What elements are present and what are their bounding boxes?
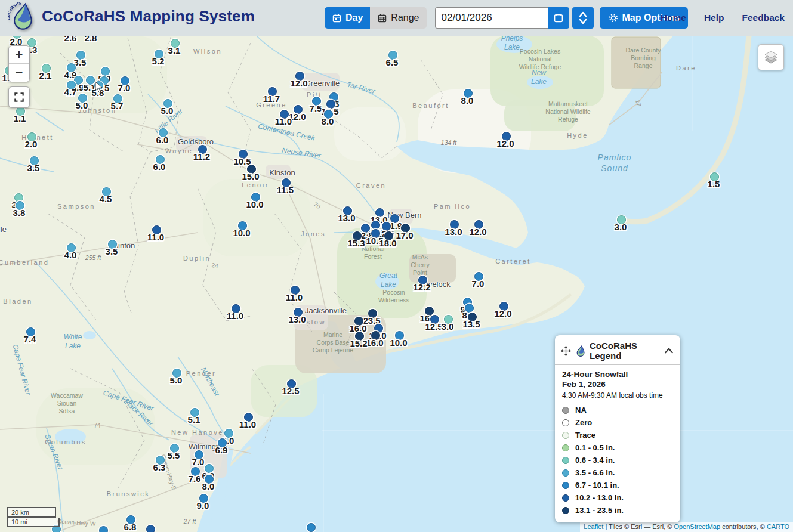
observation-value: 5.1: [188, 415, 200, 425]
observation-value: 6.3: [153, 462, 166, 472]
observation-value: 12.0: [496, 138, 514, 149]
observation-value: 6.0: [156, 135, 169, 145]
legend-item: Zero: [555, 416, 680, 429]
observation-value: 7.0: [192, 457, 205, 467]
observation-value: 2.6: [64, 36, 77, 43]
legend-item: 0.1 - 0.5 in.: [555, 441, 680, 454]
legend-color-swatch: [562, 457, 569, 464]
observation-value: 17.0: [396, 230, 413, 240]
date-step-spinner[interactable]: [572, 7, 594, 29]
collapse-chevron-icon[interactable]: [664, 347, 674, 355]
calendar-day-icon: [332, 13, 342, 23]
zoom-in-button[interactable]: +: [9, 46, 29, 64]
observation-value: 8.0: [461, 95, 474, 106]
observation-value: 6.5: [386, 57, 399, 67]
legend-item-label: Zero: [575, 418, 592, 427]
legend-obs-window: 4:30 AM-9:30 AM local obs time: [555, 389, 680, 404]
legend-item: 13.1 - 23.5 in.: [555, 504, 680, 516]
observation-value: 5.0: [161, 106, 174, 116]
scale-km: 20 km: [7, 507, 56, 518]
zoom-out-button[interactable]: −: [9, 64, 29, 82]
observation-value: 1.1: [14, 113, 26, 123]
calendar-icon: [553, 13, 564, 23]
legend-color-swatch: [562, 419, 569, 426]
legend-item: 6.7 - 10.1 in.: [555, 479, 680, 491]
observation-value: 4.0: [64, 250, 77, 260]
observation-value: 13.5: [462, 319, 480, 329]
observation-value: 6.9: [215, 445, 228, 455]
legend-item-label: 0.1 - 0.5 in.: [575, 443, 615, 452]
layers-button[interactable]: [758, 44, 784, 70]
observation-value: 5.8: [92, 88, 104, 98]
observation-value: 12.0: [290, 78, 307, 88]
observation-value: 7.6: [189, 474, 201, 484]
observation-value: 3.0: [442, 321, 454, 332]
observation-value: 6.0: [153, 162, 166, 172]
attribution-segment: | Tiles © Esri — Esri, ©: [603, 523, 674, 530]
observation-value: 3.1: [168, 45, 181, 55]
observation-value: 3.5: [27, 163, 40, 173]
observation-value: 16.0: [366, 338, 383, 348]
legend-color-swatch: [562, 469, 569, 477]
observation-value: 11.0: [239, 419, 256, 429]
observation-value: 5.5: [168, 450, 180, 460]
day-mode-button[interactable]: Day: [325, 7, 370, 29]
scale-mi: 10 mi: [7, 518, 60, 527]
header-controls: Day Range: [325, 7, 688, 29]
range-mode-button[interactable]: Range: [370, 7, 426, 29]
legend-item: 10.2 - 13.0 in.: [555, 491, 680, 504]
observation-value: 11.0: [227, 311, 243, 321]
observation-value: 5.2: [152, 56, 165, 66]
legend-item-label: 0.6 - 3.4 in.: [575, 456, 615, 465]
observation-value: 3.0: [615, 222, 627, 232]
observation-value: 12.0: [469, 227, 486, 237]
observation-value: 4.5: [100, 194, 112, 204]
observation-value: 7.4: [24, 334, 36, 344]
legend-color-swatch: [562, 507, 569, 514]
observation-value: 8.0: [322, 116, 334, 126]
brand: CoCoRaHS CoCoRaHS Mapping System: [8, 2, 255, 30]
nav-feedback[interactable]: Feedback: [742, 13, 785, 23]
legend-item-label: 13.1 - 23.5 in.: [575, 506, 624, 515]
legend-item-label: Trace: [575, 431, 595, 440]
observation-value: 10.0: [390, 338, 407, 348]
date-input[interactable]: [435, 7, 548, 29]
observation-value: 8.0: [202, 481, 215, 491]
observation-value: 13.0: [338, 213, 355, 223]
observation-value: 5.0: [170, 375, 183, 385]
layers-icon: [763, 50, 779, 65]
attribution-link[interactable]: OpenStreetMap: [674, 523, 720, 530]
observation-value: 3.5: [106, 246, 118, 256]
cocorahs-legend-logo-icon: [575, 345, 586, 357]
observation-value: 11.0: [147, 232, 164, 242]
fullscreen-button[interactable]: [8, 86, 30, 108]
observation-value: 4.7: [64, 87, 77, 97]
observation-value: 15.0: [242, 171, 259, 181]
legend-header[interactable]: CoCoRaHS Legend: [555, 335, 680, 365]
observation-value: 1.5: [708, 179, 720, 189]
observation-value: 15.3: [347, 238, 365, 248]
nav-home[interactable]: Home: [661, 13, 686, 23]
observation-value: 13.0: [288, 314, 306, 324]
observation-value: 11.5: [277, 185, 294, 195]
map-canvas[interactable]: WilsonJohnstonHarnettWayneGreenePittLeno…: [0, 36, 793, 532]
attribution: Leaflet | Tiles © Esri — Esri, © OpenStr…: [580, 522, 793, 532]
observation-dot: [99, 526, 108, 532]
header-nav: Home Help Feedback: [661, 0, 785, 36]
observation-value: 7.0: [118, 83, 131, 93]
observation-value: 11.0: [275, 116, 292, 126]
legend-item: 0.6 - 3.4 in.: [555, 454, 680, 466]
nav-help[interactable]: Help: [704, 13, 724, 23]
attribution-link[interactable]: Leaflet: [584, 523, 603, 530]
date-picker-button[interactable]: [548, 7, 569, 29]
observation-value: 10.0: [246, 199, 263, 209]
move-icon[interactable]: [561, 346, 571, 356]
observation-value: 12.2: [413, 282, 430, 292]
observation-value: 11.7: [263, 94, 280, 104]
scale-bar: 20 km 10 mi: [7, 507, 60, 527]
attribution-link[interactable]: CARTO: [767, 523, 789, 530]
date-control-group: [435, 7, 569, 29]
observation-value: 12.5: [282, 386, 299, 396]
observation-value: 12.5: [425, 321, 442, 332]
observation-value: 6.8: [124, 522, 137, 532]
